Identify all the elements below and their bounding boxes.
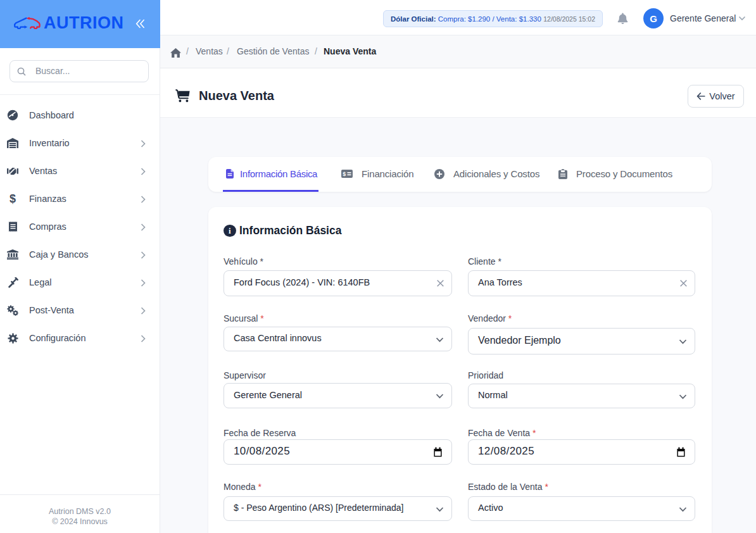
svg-text:$: $ xyxy=(343,171,346,177)
